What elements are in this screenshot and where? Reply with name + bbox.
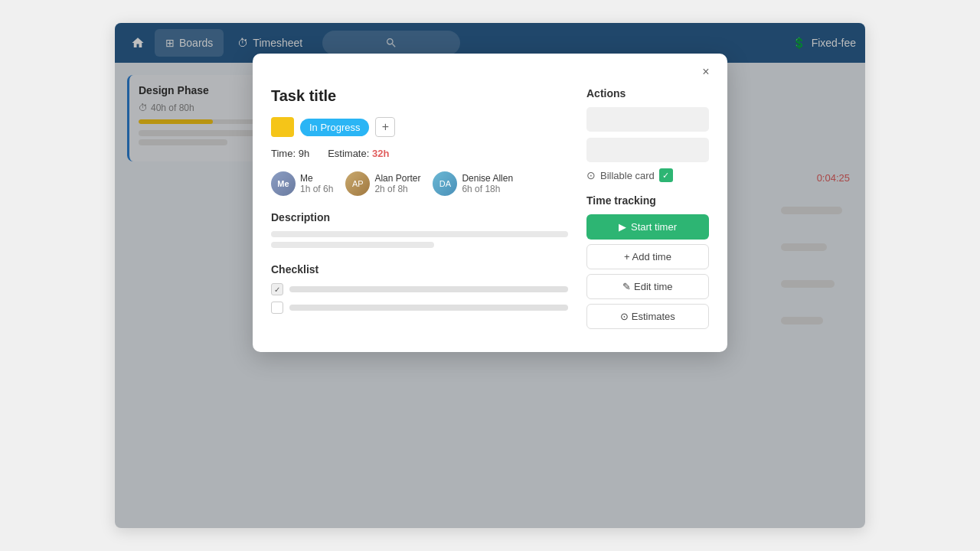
- avatar-denise: DA: [433, 171, 457, 196]
- priority-badge[interactable]: [271, 117, 294, 137]
- checkbox-1[interactable]: ✓: [271, 283, 283, 295]
- assignee-denise: DA Denise Allen 6h of 18h: [433, 171, 513, 196]
- assignee-alan-info: Alan Porter 2h of 8h: [374, 173, 420, 194]
- modal-right-panel: Actions ⊙ Billable card ✓ Time tracking …: [586, 87, 709, 334]
- assignee-me-info: Me 1h of 6h: [300, 173, 333, 194]
- modal-overlay: × Task title In Progress + Time: 9h: [115, 23, 865, 528]
- action-button-2[interactable]: [586, 138, 709, 162]
- task-modal: × Task title In Progress + Time: 9h: [253, 54, 727, 352]
- checklist-line-2: [289, 305, 568, 311]
- billable-icon: ⊙: [586, 169, 596, 181]
- actions-title: Actions: [586, 87, 709, 99]
- modal-close-button[interactable]: ×: [697, 63, 715, 81]
- avatar-me: Me: [271, 171, 296, 196]
- assignee-denise-info: Denise Allen 6h of 18h: [462, 173, 513, 194]
- add-time-button[interactable]: + Add time: [586, 244, 709, 269]
- checklist: ✓: [271, 283, 568, 314]
- edit-time-label: ✎ Edit time: [622, 281, 672, 292]
- checklist-line-1: [289, 286, 568, 292]
- add-badge-button[interactable]: +: [375, 117, 395, 137]
- description-content: [271, 231, 568, 248]
- estimate-label: Estimate: 32h: [328, 148, 389, 159]
- time-tracking-title: Time tracking: [586, 194, 709, 207]
- checklist-item-1: ✓: [271, 283, 568, 295]
- task-title: Task title: [271, 87, 568, 105]
- desc-line-2: [271, 242, 434, 248]
- billable-row: ⊙ Billable card ✓: [586, 168, 709, 182]
- time-label: Time: 9h: [271, 148, 309, 159]
- billable-checkbox[interactable]: ✓: [659, 168, 673, 182]
- modal-body: Task title In Progress + Time: 9h Estima…: [253, 81, 727, 352]
- billable-label: Billable card: [600, 170, 655, 181]
- edit-time-button[interactable]: ✎ Edit time: [586, 274, 709, 299]
- start-timer-label: Start timer: [631, 221, 677, 233]
- assignee-me: Me Me 1h of 6h: [271, 171, 333, 196]
- description-title: Description: [271, 211, 568, 223]
- task-badges: In Progress +: [271, 117, 568, 137]
- estimates-button[interactable]: ⊙ Estimates: [586, 304, 709, 329]
- checklist-item-2: [271, 302, 568, 314]
- estimates-label: ⊙ Estimates: [620, 311, 675, 322]
- task-time-row: Time: 9h Estimate: 32h: [271, 148, 568, 159]
- avatar-alan: AP: [345, 171, 370, 196]
- checklist-title: Checklist: [271, 263, 568, 276]
- modal-left-panel: Task title In Progress + Time: 9h Estima…: [271, 87, 568, 334]
- add-time-label: + Add time: [624, 251, 671, 262]
- action-button-1[interactable]: [586, 107, 709, 132]
- checkbox-2[interactable]: [271, 302, 283, 314]
- start-timer-button[interactable]: ▶ Start timer: [586, 214, 709, 240]
- status-badge[interactable]: In Progress: [300, 119, 369, 136]
- modal-header: ×: [253, 54, 727, 81]
- assignee-alan: AP Alan Porter 2h of 8h: [345, 171, 420, 196]
- desc-line-1: [271, 231, 568, 237]
- assignees: Me Me 1h of 6h AP Alan Porter 2h of 8h: [271, 171, 568, 196]
- play-icon: ▶: [619, 221, 626, 233]
